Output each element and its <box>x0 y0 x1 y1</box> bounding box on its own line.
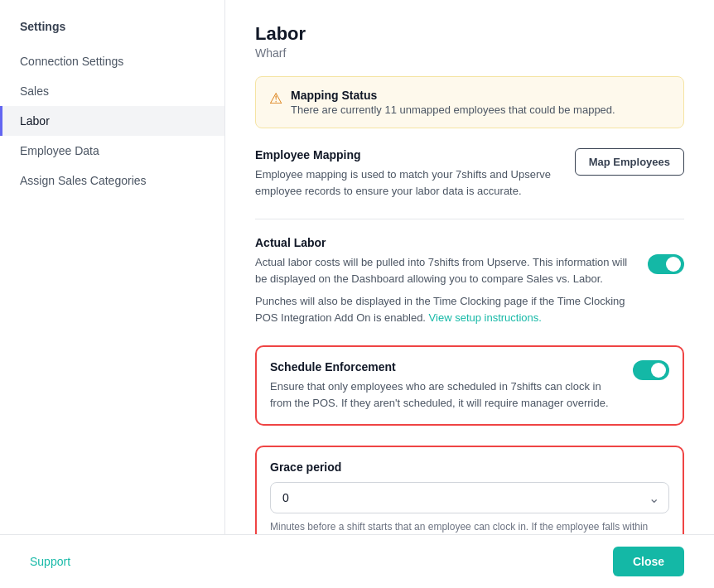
sidebar-item-labor[interactable]: Labor <box>0 106 224 136</box>
sidebar-title: Settings <box>0 13 224 46</box>
map-employees-button[interactable]: Map Employees <box>575 148 684 176</box>
divider-1 <box>255 219 684 219</box>
grace-period-section: Grace period 0 5 10 15 20 30 ⌄ Minutes b… <box>255 446 684 534</box>
grace-period-label: Grace period <box>270 460 669 474</box>
schedule-enforcement-slider <box>633 360 669 380</box>
schedule-enforcement-toggle[interactable] <box>633 360 669 380</box>
schedule-enforcement-section: Schedule Enforcement Ensure that only em… <box>255 345 684 426</box>
mapping-status-banner: ⚠ Mapping Status There are currently 11 … <box>255 76 684 128</box>
actual-labor-description: Actual labor costs will be pulled into 7… <box>255 254 634 287</box>
sidebar: Settings Connection Settings Sales Labor… <box>0 0 225 534</box>
grace-period-select[interactable]: 0 5 10 15 20 30 <box>270 482 669 513</box>
grace-period-hint: Minutes before a shift starts that an em… <box>270 520 669 534</box>
page-title: Labor <box>255 23 684 45</box>
footer: Support Close <box>0 534 714 588</box>
actual-labor-toggle[interactable] <box>648 254 684 274</box>
close-button[interactable]: Close <box>613 547 684 576</box>
page-subtitle: Wharf <box>255 46 684 60</box>
banner-title: Mapping Status <box>291 89 615 102</box>
warning-icon: ⚠ <box>269 89 282 108</box>
setup-instructions-link[interactable]: View setup instructions. <box>429 311 542 324</box>
actual-labor-title: Actual Labor <box>255 236 684 249</box>
actual-labor-section: Actual Labor Actual labor costs will be … <box>255 236 684 325</box>
employee-mapping-description: Employee mapping is used to match your 7… <box>255 166 562 199</box>
schedule-enforcement-title: Schedule Enforcement <box>270 360 620 374</box>
schedule-enforcement-description: Ensure that only employees who are sched… <box>270 378 620 411</box>
support-link[interactable]: Support <box>30 555 70 568</box>
toggle-slider <box>648 254 684 274</box>
sidebar-item-sales[interactable]: Sales <box>0 76 224 106</box>
sidebar-item-employee-data[interactable]: Employee Data <box>0 136 224 166</box>
employee-mapping-title: Employee Mapping <box>255 148 562 161</box>
employee-mapping-section: Employee Mapping Employee mapping is use… <box>255 148 684 199</box>
main-content: Labor Wharf ⚠ Mapping Status There are c… <box>225 0 714 534</box>
grace-period-select-wrapper: 0 5 10 15 20 30 ⌄ <box>270 482 669 513</box>
actual-labor-description2: Punches will also be displayed in the Ti… <box>255 293 634 325</box>
banner-text: There are currently 11 unmapped employee… <box>291 104 615 116</box>
sidebar-item-assign-sales-categories[interactable]: Assign Sales Categories <box>0 166 224 195</box>
sidebar-item-connection-settings[interactable]: Connection Settings <box>0 46 224 76</box>
